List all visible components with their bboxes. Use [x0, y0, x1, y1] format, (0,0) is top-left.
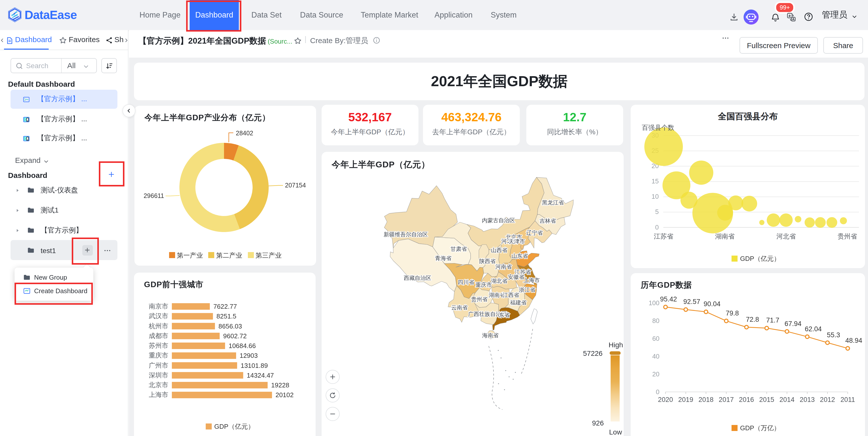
svg-text:90.04: 90.04	[704, 300, 720, 308]
svg-text:GDP（万亿）: GDP（万亿）	[740, 424, 780, 432]
svg-text:10: 10	[651, 193, 659, 200]
svg-text:79.8: 79.8	[726, 309, 739, 317]
svg-text:山西省: 山西省	[491, 247, 507, 253]
svg-text:28402: 28402	[236, 130, 253, 137]
svg-text:2017: 2017	[719, 396, 734, 403]
svg-text:黑龙江省: 黑龙江省	[542, 199, 564, 206]
svg-text:296611: 296611	[144, 192, 164, 199]
svg-text:72.8: 72.8	[746, 316, 759, 323]
svg-text:北京市: 北京市	[149, 381, 168, 389]
svg-text:重庆市: 重庆市	[149, 351, 168, 359]
svg-text:9602.72: 9602.72	[223, 332, 247, 340]
svg-text:95.42: 95.42	[660, 295, 677, 303]
svg-text:2013: 2013	[800, 396, 815, 403]
svg-text:71.7: 71.7	[766, 316, 779, 324]
svg-text:2011: 2011	[840, 396, 855, 403]
svg-text:上海市: 上海市	[149, 391, 168, 398]
svg-text:甘肃省: 甘肃省	[451, 246, 467, 252]
svg-text:江西省: 江西省	[503, 292, 519, 298]
svg-text:深圳市: 深圳市	[149, 371, 168, 379]
svg-text:7622.77: 7622.77	[213, 303, 237, 310]
svg-text:安徽省: 安徽省	[508, 274, 524, 280]
svg-text:西藏自治区: 西藏自治区	[404, 275, 431, 281]
svg-text:河南省: 河南省	[495, 264, 512, 270]
svg-text:2018: 2018	[699, 396, 713, 403]
svg-text:重庆市: 重庆市	[475, 282, 492, 288]
svg-text:浙江省: 浙江省	[519, 287, 535, 293]
svg-text:四川省: 四川省	[458, 279, 474, 286]
svg-text:40: 40	[652, 353, 659, 360]
svg-text:12903: 12903	[240, 352, 258, 359]
svg-text:10684.66: 10684.66	[228, 342, 256, 349]
svg-text:55.3: 55.3	[827, 331, 840, 339]
svg-text:陕西省: 陕西省	[479, 258, 496, 264]
svg-text:山东省: 山东省	[512, 253, 528, 259]
svg-text:80: 80	[652, 317, 659, 325]
svg-text:0: 0	[655, 224, 659, 231]
svg-text:8656.03: 8656.03	[218, 323, 242, 330]
svg-text:92.57: 92.57	[683, 298, 701, 305]
svg-text:苏州市: 苏州市	[149, 342, 168, 349]
svg-text:云南省: 云南省	[451, 304, 468, 311]
svg-text:62.04: 62.04	[805, 325, 822, 333]
svg-text:福建省: 福建省	[510, 299, 527, 306]
svg-text:8251.5: 8251.5	[217, 312, 237, 320]
svg-text:100: 100	[649, 299, 659, 307]
svg-text:48.94: 48.94	[845, 337, 862, 344]
svg-text:成都市: 成都市	[149, 332, 168, 339]
svg-text:吉林省: 吉林省	[539, 218, 556, 224]
svg-text:海南省: 海南省	[482, 332, 499, 338]
svg-text:2012: 2012	[820, 396, 835, 403]
svg-text:青海省: 青海省	[435, 255, 452, 261]
svg-text:湖北省: 湖北省	[491, 278, 507, 284]
svg-text:贵州省: 贵州省	[471, 296, 488, 302]
svg-text:杭州市: 杭州市	[149, 322, 168, 330]
svg-text:南京市: 南京市	[149, 302, 168, 310]
svg-text:67.94: 67.94	[784, 320, 802, 328]
svg-text:20: 20	[652, 370, 659, 378]
svg-text:GDP（亿元）: GDP（亿元）	[740, 255, 780, 262]
svg-text:上海市: 上海市	[523, 277, 540, 283]
svg-text:东省: 东省	[499, 312, 510, 318]
svg-text:江苏省: 江苏省	[654, 233, 673, 240]
svg-text:武汉市: 武汉市	[149, 312, 168, 320]
svg-text:60: 60	[652, 335, 659, 342]
svg-text:2019: 2019	[678, 396, 693, 403]
svg-text:河北省: 河北省	[776, 233, 796, 240]
svg-text:广州市: 广州市	[149, 362, 168, 369]
svg-text:2015: 2015	[759, 396, 774, 403]
svg-text:贵州省: 贵州省	[838, 233, 857, 240]
svg-text:新疆维吾尔自治区: 新疆维吾尔自治区	[383, 231, 428, 238]
svg-text:2014: 2014	[779, 396, 795, 403]
svg-text:GDP（亿元）: GDP（亿元）	[214, 423, 254, 430]
svg-text:13101.89: 13101.89	[241, 362, 268, 369]
svg-text:天津市: 天津市	[508, 238, 525, 244]
svg-text:207154: 207154	[285, 182, 306, 189]
svg-text:内蒙古自治区: 内蒙古自治区	[482, 217, 515, 224]
svg-text:5: 5	[655, 208, 659, 215]
svg-text:百强县个数: 百强县个数	[642, 124, 674, 131]
svg-text:0: 0	[656, 388, 659, 396]
svg-text:2020: 2020	[658, 396, 673, 403]
svg-text:15: 15	[651, 177, 659, 185]
svg-text:19228: 19228	[271, 381, 289, 389]
svg-text:20102: 20102	[275, 391, 293, 399]
svg-text:2016: 2016	[739, 396, 754, 403]
svg-text:辽宁省: 辽宁省	[526, 230, 543, 236]
svg-text:14324.47: 14324.47	[247, 372, 274, 379]
svg-text:湖南省: 湖南省	[715, 233, 735, 240]
